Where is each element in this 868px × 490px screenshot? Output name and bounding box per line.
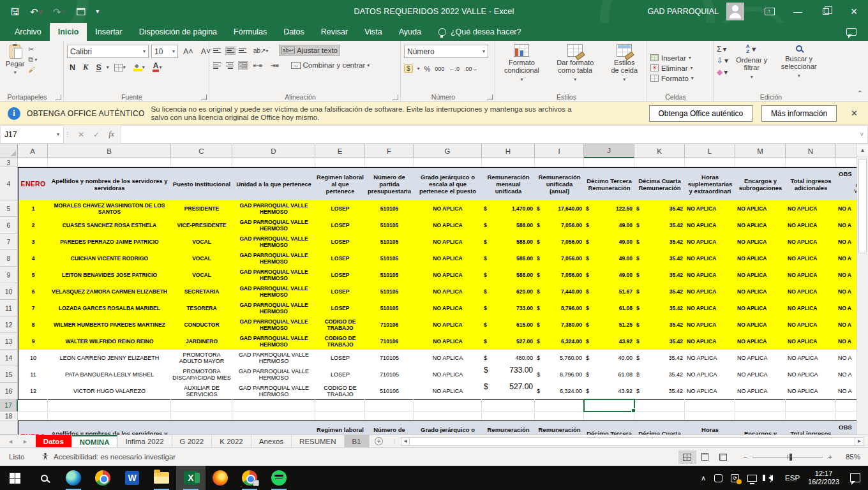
undo-icon[interactable]: ↶▾ <box>30 7 43 17</box>
find-select-button[interactable]: Buscar y seleccionar▾ <box>772 43 825 80</box>
column-header-M[interactable]: M <box>735 144 786 158</box>
data-cell[interactable]: 510105 <box>365 234 414 251</box>
align-middle-icon[interactable] <box>225 47 236 55</box>
empty-cell[interactable] <box>535 158 584 167</box>
empty-cell[interactable] <box>18 158 48 167</box>
alignment-dialog-launcher[interactable] <box>393 94 398 100</box>
align-bottom-icon[interactable] <box>238 47 248 55</box>
italic-button[interactable]: K <box>80 62 91 73</box>
data-cell[interactable]: VOCAL <box>171 234 233 251</box>
confirm-entry-icon[interactable]: ✓ <box>93 130 100 139</box>
data-cell[interactable]: 7 <box>18 300 49 317</box>
table-header-cell[interactable]: Unidad a la que pertenece <box>232 420 316 434</box>
data-cell[interactable]: CODIGO DE TRABAJO <box>315 383 366 400</box>
data-cell[interactable]: GAD PARROQUIAL VALLE HERMOSO <box>232 200 316 218</box>
print-preview-icon[interactable]: 🗔 <box>76 7 86 17</box>
table-header-cell[interactable]: Apellidos y nombres de los servidores y … <box>48 420 172 434</box>
data-cell[interactable]: PROMOTORA ADULTO MAYOR <box>171 350 233 367</box>
data-cell[interactable]: $49.00 <box>584 250 635 267</box>
empty-cell[interactable] <box>171 412 232 420</box>
data-cell[interactable]: $35.42 <box>634 234 685 251</box>
data-cell[interactable]: NO APLICA <box>414 234 483 251</box>
font-dialog-launcher[interactable] <box>201 94 207 100</box>
page-layout-view-icon[interactable] <box>696 450 714 464</box>
empty-cell[interactable] <box>482 399 535 412</box>
data-cell[interactable]: GAD PARROQUIAL VALLE HERMOSO <box>232 250 316 267</box>
ribbon-tab-archivo[interactable]: Archivo <box>6 23 50 41</box>
column-header-partial[interactable] <box>836 144 859 158</box>
data-cell[interactable]: NO APLICA <box>685 350 736 367</box>
taskbar-app-search[interactable] <box>29 466 59 490</box>
data-cell[interactable]: $8,796.00 <box>535 300 585 317</box>
ribbon-tab-fórmulas[interactable]: Fórmulas <box>225 23 275 41</box>
data-cell[interactable]: 510105 <box>365 217 414 234</box>
zoom-in-icon[interactable]: + <box>828 453 832 461</box>
data-cell[interactable]: VICE-PRESIDENTE <box>171 217 233 234</box>
data-cell[interactable]: $615.00 <box>482 316 535 334</box>
ribbon-tab-revisar[interactable]: Revisar <box>313 23 356 41</box>
data-cell[interactable]: 8 <box>18 316 49 334</box>
data-cell[interactable]: NO APLICA <box>735 283 786 301</box>
data-cell[interactable]: $7,056.00 <box>535 217 585 234</box>
data-cell[interactable]: $527.00 <box>482 333 535 350</box>
sheet-tab-infima-2022[interactable]: Infima 2022 <box>117 435 172 447</box>
empty-cell[interactable] <box>735 412 786 420</box>
taskbar-app-chrome[interactable] <box>88 466 117 490</box>
empty-cell[interactable] <box>414 158 482 167</box>
data-cell[interactable]: LEITON BENAVIDES JOSE PATRICIO <box>48 267 172 284</box>
ribbon-display-options-icon[interactable] <box>756 0 784 23</box>
row-header-16[interactable]: 16 <box>0 383 18 399</box>
column-header-E[interactable]: E <box>315 144 365 158</box>
data-cell[interactable]: MORALES CHAVEZ WASHINGTON DE LOS SANTOS <box>48 200 172 218</box>
data-cell[interactable]: 3 <box>18 234 49 251</box>
empty-cell[interactable] <box>365 158 414 167</box>
data-cell[interactable]: 1 <box>18 200 49 218</box>
data-cell[interactable]: 11 <box>18 366 49 383</box>
table-header-cell[interactable]: Regimen laboral al que pertenece <box>315 420 366 434</box>
column-header-C[interactable]: C <box>171 144 232 158</box>
data-cell[interactable]: NO APLICA <box>414 366 483 383</box>
data-cell[interactable]: NO APLICA <box>414 200 483 218</box>
column-header-I[interactable]: I <box>535 144 584 158</box>
data-cell[interactable]: NO APLICA <box>685 300 736 317</box>
data-cell[interactable]: 4 <box>18 250 49 267</box>
paste-button[interactable]: Pegar ▾ <box>3 43 27 78</box>
data-cell[interactable]: NO APLICA <box>735 383 786 400</box>
insert-cells-button[interactable]: Insertar▾ <box>650 54 691 62</box>
data-cell[interactable]: NO APLICA <box>685 267 736 284</box>
data-cell[interactable]: CUICHAN VICENTE RODRIGO <box>48 250 172 267</box>
redo-icon[interactable]: ↷▾ <box>53 7 66 17</box>
data-cell[interactable]: $35.42 <box>634 217 685 234</box>
table-header-cell[interactable]: Total ingresos adicionales <box>786 167 837 201</box>
keyboard-language[interactable]: ESP <box>785 474 800 482</box>
data-cell[interactable]: $40.00 <box>584 350 635 367</box>
expand-formula-bar-icon[interactable]: ˅ <box>860 131 864 138</box>
data-cell[interactable]: 510105 <box>365 267 414 284</box>
data-cell[interactable]: $35.42 <box>634 316 685 334</box>
data-cell[interactable]: AUXILIAR DE SERVICIOS <box>171 383 233 400</box>
column-header-J[interactable]: J <box>584 144 634 158</box>
data-cell[interactable]: NO APLICA <box>685 200 736 218</box>
data-cell[interactable]: LOSEP <box>315 350 366 367</box>
data-cell[interactable]: GAD PARROQUIAL VALLE HERMOSO <box>232 267 316 284</box>
row-header-6[interactable]: 6 <box>0 217 18 234</box>
table-header-cell[interactable]: Puesto Institucional <box>171 167 233 201</box>
taskbar-app-start[interactable] <box>0 466 29 490</box>
collapse-ribbon-icon[interactable]: ⌃ <box>857 89 863 98</box>
close-button[interactable]: × <box>840 0 868 23</box>
data-cell[interactable]: GAD PARROQUIAL VALLE HERMOSO <box>232 316 316 334</box>
empty-cell[interactable] <box>786 399 836 412</box>
data-cell[interactable]: CUASES SANCHEZ ROSA ESTHELA <box>48 217 172 234</box>
restore-button[interactable] <box>812 0 840 23</box>
data-cell[interactable]: $43.92 <box>584 333 635 350</box>
taskbar-app-chrome-profile[interactable] <box>235 466 264 490</box>
data-cell[interactable]: GAD PARROQUIAL VALLE HERMOSO <box>232 383 316 400</box>
row-header-15[interactable]: 15 <box>0 366 18 383</box>
empty-cell[interactable] <box>315 399 365 412</box>
data-cell[interactable]: NO APLICA <box>786 283 837 301</box>
data-cell[interactable]: PAREDES PERRAZO JAIME PATRICIO <box>48 234 172 251</box>
data-cell[interactable]: GAD PARROQUIAL VALLE HERMOSO <box>232 350 316 367</box>
table-header-cell[interactable]: Total ingresos adicionales <box>786 420 837 434</box>
taskbar-app-firefox[interactable] <box>206 466 235 490</box>
data-cell[interactable]: NO APLICA <box>786 267 837 284</box>
